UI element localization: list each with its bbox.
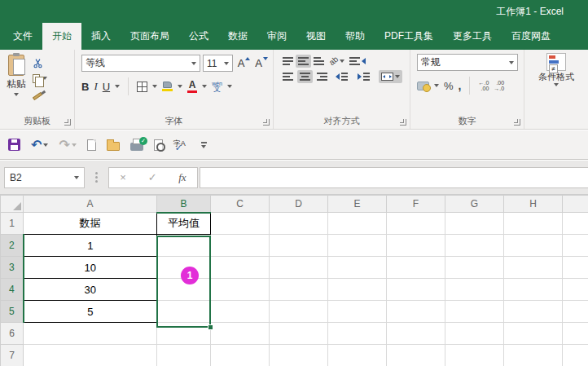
row-header-2[interactable]: 2	[1, 235, 24, 257]
formula-input[interactable]	[200, 167, 588, 188]
row-header-3[interactable]: 3	[1, 257, 24, 279]
alignment-dialog-launcher[interactable]	[400, 119, 406, 126]
row-header-4[interactable]: 4	[1, 279, 24, 301]
cell[interactable]	[328, 345, 387, 366]
tab-more-tools[interactable]: 更多工具	[443, 23, 502, 50]
cell[interactable]	[211, 301, 270, 323]
cell[interactable]	[387, 213, 445, 235]
column-header-d[interactable]: D	[270, 196, 328, 213]
cell-A5[interactable]: 5	[24, 301, 157, 323]
borders-caret[interactable]	[152, 85, 157, 88]
cell[interactable]	[24, 345, 157, 366]
font-color-caret[interactable]	[202, 85, 207, 88]
cell[interactable]	[504, 301, 563, 323]
phonetic-caret[interactable]	[227, 85, 232, 88]
cell[interactable]	[270, 213, 328, 235]
undo-button[interactable]: ↶	[31, 139, 48, 152]
column-header-b[interactable]: B	[157, 196, 211, 213]
column-header-f[interactable]: F	[387, 196, 445, 213]
cell[interactable]	[270, 345, 328, 366]
select-all-corner[interactable]	[1, 196, 24, 213]
cell[interactable]	[445, 279, 504, 301]
cell[interactable]	[270, 257, 328, 279]
cell[interactable]	[504, 235, 563, 257]
font-size-combo[interactable]: 11	[203, 55, 233, 72]
open-button[interactable]	[107, 139, 120, 151]
insert-function-button[interactable]: fx	[178, 171, 186, 184]
cell[interactable]	[563, 345, 588, 366]
cell[interactable]	[24, 323, 157, 345]
accounting-format-icon[interactable]	[417, 82, 429, 90]
cell[interactable]	[328, 279, 387, 301]
column-header-e[interactable]: E	[328, 196, 387, 213]
cancel-button[interactable]: ×	[120, 171, 126, 183]
row-header-6[interactable]: 6	[1, 323, 24, 345]
copy-button[interactable]	[33, 73, 47, 84]
cell[interactable]	[387, 323, 445, 345]
column-header-a[interactable]: A	[24, 196, 157, 213]
cell[interactable]	[563, 301, 588, 323]
cell[interactable]	[504, 345, 563, 366]
tab-file[interactable]: 文件	[3, 23, 42, 50]
cell[interactable]	[211, 257, 270, 279]
accounting-caret[interactable]	[434, 84, 439, 87]
cell[interactable]	[328, 235, 387, 257]
tab-help[interactable]: 帮助	[336, 23, 375, 50]
cell[interactable]	[504, 257, 563, 279]
column-header-i[interactable]	[563, 196, 588, 213]
cell[interactable]	[270, 301, 328, 323]
enter-button[interactable]: ✓	[148, 171, 157, 183]
underline-button[interactable]: U	[103, 81, 110, 93]
tab-view[interactable]: 视图	[296, 23, 336, 50]
undo-caret[interactable]	[43, 143, 48, 147]
fill-color-caret[interactable]	[178, 85, 182, 88]
format-painter-button[interactable]	[33, 88, 47, 99]
cell[interactable]	[504, 279, 563, 301]
tab-insert[interactable]: 插入	[81, 23, 121, 50]
fill-color-button[interactable]	[162, 82, 173, 91]
name-box-caret[interactable]	[74, 176, 79, 179]
phonetic-guide-button[interactable]: wén 文	[212, 81, 222, 92]
spelling-button[interactable]: 字A ✓	[173, 139, 187, 152]
decrease-indent-button[interactable]	[333, 70, 350, 83]
cell[interactable]	[328, 213, 387, 235]
row-header-7[interactable]: 7	[1, 345, 24, 366]
cell[interactable]	[211, 323, 270, 345]
column-header-h[interactable]: H	[504, 196, 563, 213]
increase-indent-button[interactable]	[355, 70, 372, 83]
column-header-g[interactable]: G	[445, 196, 504, 213]
tab-formulas[interactable]: 公式	[179, 23, 218, 50]
cell-A2[interactable]: 1	[24, 235, 157, 257]
cell[interactable]	[504, 213, 563, 235]
cell[interactable]	[445, 235, 504, 257]
quick-print-button[interactable]: ✓	[130, 139, 143, 151]
borders-icon[interactable]	[137, 82, 147, 92]
wrap-text-button[interactable]	[347, 55, 368, 68]
underline-caret[interactable]	[115, 85, 120, 88]
comma-style-button[interactable]: ,	[459, 79, 462, 92]
align-bottom-button[interactable]	[311, 55, 327, 68]
cell-A1[interactable]: 数据	[24, 213, 157, 235]
tab-review[interactable]: 审阅	[257, 23, 296, 50]
cell[interactable]	[211, 213, 270, 235]
grow-font-button[interactable]: A	[238, 57, 251, 69]
cell[interactable]	[563, 257, 588, 279]
cell-A4[interactable]: 30	[24, 279, 157, 301]
cell[interactable]	[387, 345, 445, 366]
cell[interactable]	[211, 345, 270, 366]
align-center-button[interactable]	[297, 70, 313, 83]
cell[interactable]	[563, 323, 588, 345]
font-color-button[interactable]: A	[187, 81, 197, 93]
cell[interactable]	[563, 279, 588, 301]
row-header-5[interactable]: 5	[1, 301, 24, 323]
increase-decimal-button[interactable]: ←.0 .00	[478, 80, 489, 91]
fill-handle[interactable]	[208, 324, 213, 330]
cell[interactable]	[157, 345, 211, 366]
align-middle-button[interactable]	[296, 55, 311, 68]
align-right-button[interactable]	[314, 70, 330, 83]
font-name-combo[interactable]: 等线	[81, 55, 200, 72]
cell[interactable]	[270, 235, 328, 257]
cell-B2[interactable]	[157, 235, 211, 257]
tab-home[interactable]: 开始	[42, 23, 81, 50]
cell[interactable]	[270, 323, 328, 345]
